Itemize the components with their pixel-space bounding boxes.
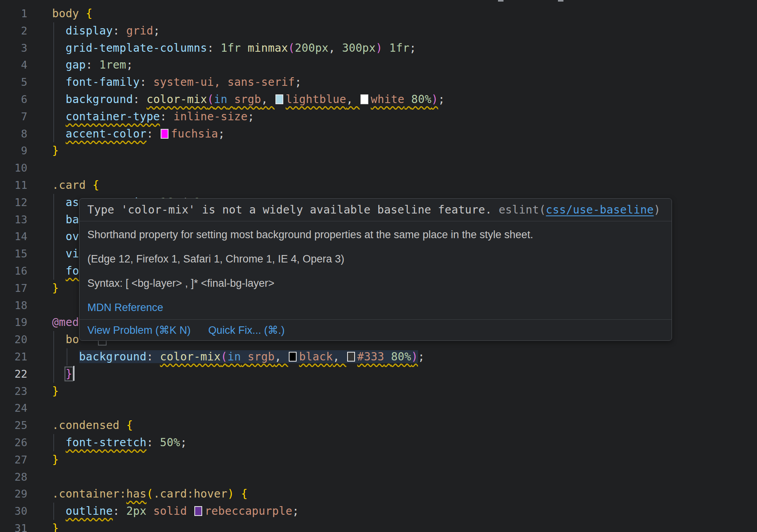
line-number[interactable]: 2 xyxy=(0,22,27,40)
code-token: in xyxy=(227,350,241,363)
code-line[interactable]: accent-color: fuchsia; xyxy=(52,125,757,143)
code-line[interactable]: } xyxy=(52,142,757,159)
code-line[interactable]: body { xyxy=(52,5,757,22)
code-token xyxy=(52,76,65,89)
line-number[interactable]: 17 xyxy=(0,280,27,297)
line-number[interactable]: 3 xyxy=(0,40,27,57)
code-line[interactable]: } xyxy=(52,383,757,400)
code-token xyxy=(52,42,65,54)
code-token: .card:hover xyxy=(153,487,227,500)
line-number[interactable]: 16 xyxy=(0,262,27,280)
line-number[interactable]: 30 xyxy=(0,503,27,520)
code-token: 1fr xyxy=(389,42,409,54)
code-line[interactable] xyxy=(52,159,757,177)
code-token: } xyxy=(52,144,59,157)
code-token: ) xyxy=(376,42,382,54)
code-token: sans-serif xyxy=(227,76,295,89)
line-number[interactable]: 9 xyxy=(0,142,27,159)
color-swatch[interactable] xyxy=(194,506,202,516)
line-number[interactable]: 18 xyxy=(0,297,27,314)
line-number[interactable]: 31 xyxy=(0,520,27,532)
eslint-rule-link[interactable]: css/use-baseline xyxy=(546,203,654,216)
code-line[interactable] xyxy=(52,469,757,486)
code-line[interactable]: background: color-mix(in srgb, lightblue… xyxy=(52,91,757,108)
code-token: ; xyxy=(218,127,225,140)
code-token: gap xyxy=(65,58,86,71)
code-token xyxy=(147,505,153,518)
code-token: ; xyxy=(418,350,425,363)
code-token xyxy=(52,230,65,243)
line-number[interactable]: 4 xyxy=(0,56,27,74)
code-token: display xyxy=(65,24,112,37)
color-swatch[interactable] xyxy=(289,352,297,362)
line-number[interactable]: 15 xyxy=(0,245,27,262)
code-token: 200px xyxy=(295,42,329,54)
line-number[interactable]: 28 xyxy=(0,469,27,486)
line-number[interactable]: 14 xyxy=(0,228,27,245)
line-number[interactable]: 12 xyxy=(0,194,27,211)
line-number[interactable]: 10 xyxy=(0,159,27,177)
code-token: color-mix xyxy=(160,350,221,363)
code-token: , xyxy=(261,93,275,106)
line-number[interactable]: 24 xyxy=(0,400,27,417)
color-swatch[interactable] xyxy=(347,352,355,362)
code-token: } xyxy=(52,453,59,466)
line-number[interactable]: 19 xyxy=(0,314,27,331)
line-number[interactable]: 22 xyxy=(0,366,27,383)
code-line[interactable]: font-stretch: 50%; xyxy=(52,434,757,451)
code-line[interactable]: display: grid; xyxy=(52,22,757,40)
code-token: , xyxy=(214,76,227,89)
code-token: ; xyxy=(248,110,254,123)
code-token: grid xyxy=(126,24,153,37)
line-number[interactable]: 11 xyxy=(0,177,27,194)
code-token: ) xyxy=(431,93,438,106)
code-token: 300px xyxy=(342,42,376,54)
code-line[interactable]: .container:has(.card:hover) { xyxy=(52,485,757,503)
code-line[interactable]: } xyxy=(52,366,757,383)
code-token: ; xyxy=(126,58,133,71)
line-number[interactable]: 20 xyxy=(0,331,27,348)
line-number[interactable]: 21 xyxy=(0,348,27,366)
code-token: ; xyxy=(180,436,187,449)
line-number[interactable]: 25 xyxy=(0,417,27,434)
code-token xyxy=(241,42,248,54)
code-line[interactable]: .condensed { xyxy=(52,417,757,434)
color-swatch[interactable] xyxy=(360,94,368,104)
color-swatch[interactable] xyxy=(161,129,168,139)
line-number[interactable]: 23 xyxy=(0,383,27,400)
code-line[interactable]: font-family: system-ui, sans-serif; xyxy=(52,74,757,91)
code-line[interactable]: } xyxy=(52,520,757,532)
view-problem-button[interactable]: View Problem (⌘K N) xyxy=(87,324,191,337)
color-swatch-wrap xyxy=(346,350,357,363)
code-line[interactable]: container-type: inline-size; xyxy=(52,108,757,125)
code-token: } xyxy=(52,522,59,532)
quick-fix-button[interactable]: Quick Fix... (⌘.) xyxy=(208,324,285,337)
code-token xyxy=(52,367,65,380)
line-number[interactable]: 6 xyxy=(0,91,27,108)
line-number[interactable]: 13 xyxy=(0,211,27,228)
line-number[interactable]: 1 xyxy=(0,5,27,22)
line-number[interactable]: 26 xyxy=(0,434,27,451)
code-line[interactable]: background: color-mix(in srgb, black, #3… xyxy=(52,348,757,366)
line-number[interactable]: 7 xyxy=(0,108,27,125)
line-number[interactable]: 27 xyxy=(0,451,27,469)
code-line[interactable]: grid-template-columns: 1fr minmax(200px,… xyxy=(52,40,757,57)
code-line[interactable]: } xyxy=(52,451,757,469)
mdn-reference-link[interactable]: MDN Reference xyxy=(87,302,163,313)
code-line[interactable]: gap: 1rem; xyxy=(52,56,757,74)
code-token: } xyxy=(65,367,72,380)
code-line[interactable]: outline: 2px solid rebeccapurple; xyxy=(52,503,757,520)
line-number[interactable]: 5 xyxy=(0,74,27,91)
line-number[interactable]: 29 xyxy=(0,485,27,503)
code-token xyxy=(52,213,65,226)
code-token xyxy=(52,93,65,106)
color-swatch[interactable] xyxy=(275,94,283,104)
code-token: { xyxy=(86,7,92,20)
syntax-line: Syntax: [ <bg-layer> , ]* <final-bg-laye… xyxy=(87,277,664,290)
code-line[interactable] xyxy=(52,400,757,417)
code-token: ; xyxy=(153,24,160,37)
code-token xyxy=(52,110,65,123)
code-line[interactable]: .card { xyxy=(52,177,757,194)
code-token xyxy=(52,58,65,71)
line-number[interactable]: 8 xyxy=(0,125,27,143)
